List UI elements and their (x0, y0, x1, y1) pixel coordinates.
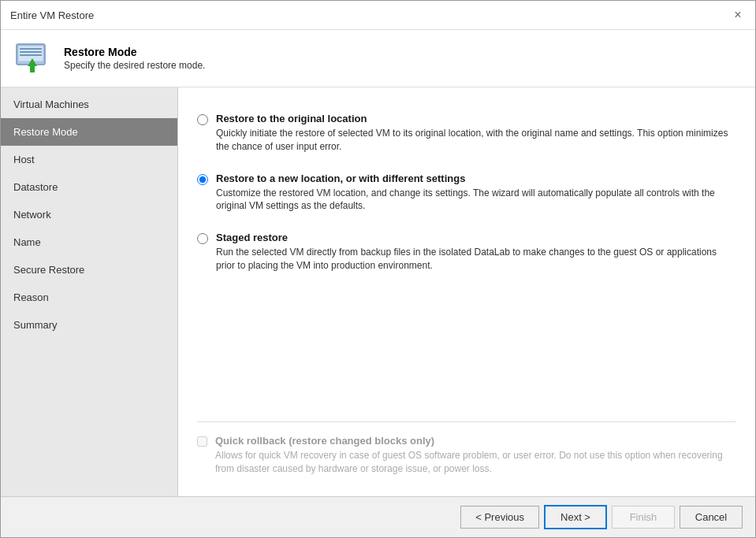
option-title-staged: Staged restore (216, 232, 736, 243)
title-bar: Entire VM Restore × (1, 1, 755, 30)
label-original: Restore to the original locationQuickly … (216, 113, 736, 154)
footer: < Previous Next > Finish Cancel (1, 496, 755, 537)
entire-vm-restore-dialog: Entire VM Restore × Restore Mode Specify… (0, 0, 756, 538)
option-title-original: Restore to the original location (216, 113, 736, 124)
close-button[interactable]: × (730, 7, 746, 23)
sidebar-item-virtual-machines[interactable]: Virtual Machines (1, 91, 177, 118)
radio-staged[interactable] (197, 233, 208, 244)
quick-rollback-desc: Allows for quick VM recovery in case of … (215, 449, 736, 476)
sidebar-item-datastore[interactable]: Datastore (1, 173, 177, 201)
finish-button[interactable]: Finish (612, 506, 675, 529)
header-heading: Restore Mode (64, 46, 205, 58)
sidebar: Virtual MachinesRestore ModeHostDatastor… (1, 87, 178, 496)
quick-rollback-label: Quick rollback (restore changed blocks o… (215, 435, 736, 476)
checkbox-section: Quick rollback (restore changed blocks o… (197, 421, 736, 480)
radio-original[interactable] (197, 114, 208, 125)
svg-rect-4 (20, 54, 42, 56)
option-desc-staged: Run the selected VM directly from backup… (216, 246, 736, 273)
option-title-new-location: Restore to a new location, or with diffe… (216, 173, 736, 184)
content-area: Virtual MachinesRestore ModeHostDatastor… (1, 87, 755, 496)
label-new-location: Restore to a new location, or with diffe… (216, 173, 736, 213)
cancel-button[interactable]: Cancel (680, 506, 743, 529)
sidebar-item-host[interactable]: Host (1, 146, 177, 173)
previous-button[interactable]: < Previous (460, 506, 539, 529)
header-text: Restore Mode Specify the desired restore… (64, 46, 205, 71)
main-content: Restore to the original locationQuickly … (178, 87, 755, 496)
sidebar-item-secure-restore[interactable]: Secure Restore (1, 256, 177, 284)
quick-rollback-title: Quick rollback (restore changed blocks o… (215, 435, 736, 447)
option-desc-new-location: Customize the restored VM location, and … (216, 187, 736, 213)
option-desc-original: Quickly initiate the restore of selected… (216, 127, 736, 154)
sidebar-item-restore-mode[interactable]: Restore Mode (1, 118, 177, 146)
restore-option-staged: Staged restoreRun the selected VM direct… (197, 222, 736, 282)
header-subheading: Specify the desired restore mode. (64, 60, 205, 71)
sidebar-item-summary[interactable]: Summary (1, 311, 177, 339)
restore-option-original: Restore to the original locationQuickly … (197, 103, 736, 163)
quick-rollback-checkbox[interactable] (197, 436, 207, 447)
restore-option-new-location: Restore to a new location, or with diffe… (197, 163, 736, 223)
next-button[interactable]: Next > (544, 505, 607, 529)
label-staged: Staged restoreRun the selected VM direct… (216, 232, 736, 273)
dialog-title: Entire VM Restore (10, 9, 94, 21)
quick-rollback-option: Quick rollback (restore changed blocks o… (197, 435, 736, 476)
restore-icon (13, 39, 51, 77)
sidebar-item-reason[interactable]: Reason (1, 284, 177, 311)
radio-new-location[interactable] (197, 174, 208, 185)
header-section: Restore Mode Specify the desired restore… (1, 30, 755, 87)
restore-mode-options: Restore to the original locationQuickly … (197, 103, 736, 282)
sidebar-item-name[interactable]: Name (1, 228, 177, 256)
sidebar-item-network[interactable]: Network (1, 201, 177, 228)
svg-rect-2 (20, 48, 42, 50)
svg-rect-3 (20, 51, 42, 53)
